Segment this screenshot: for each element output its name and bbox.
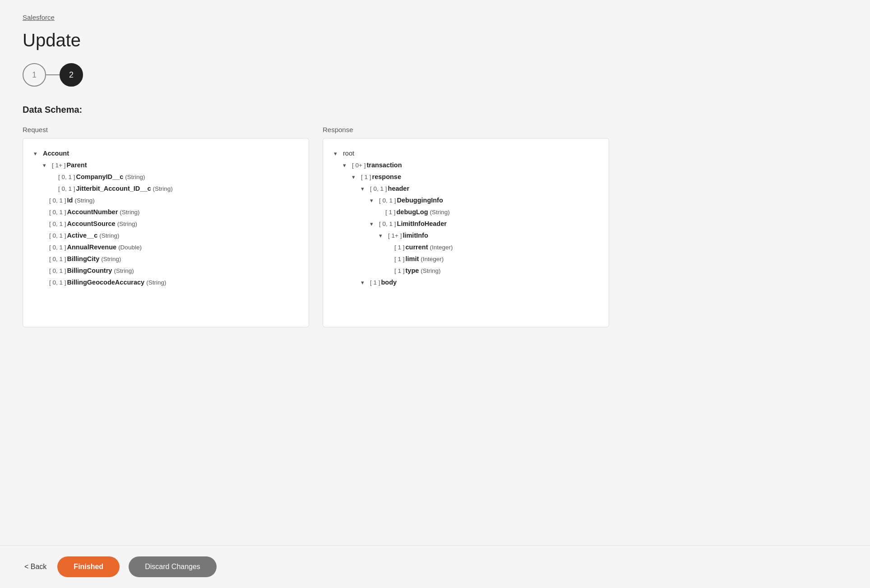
tree-node-name: AccountNumber <box>67 208 118 216</box>
breadcrumb-link[interactable]: Salesforce <box>23 14 55 21</box>
tree-bracket: [ 0, 1 ] <box>370 185 387 192</box>
tree-bracket: [ 0, 1 ] <box>49 267 66 274</box>
step-1-label: 1 <box>32 70 37 80</box>
tree-item: [ 1 ] current (Integer) <box>334 241 598 253</box>
tree-node-type: (String) <box>125 174 145 180</box>
page-container: Salesforce Update 1 2 Data Schema: Reque… <box>0 0 632 359</box>
tree-node-type: (String) <box>146 279 166 286</box>
tree-bracket: [ 0, 1 ] <box>49 220 66 227</box>
tree-item: [ 0, 1 ] AccountNumber (String) <box>34 206 298 218</box>
tree-node-name: LimitInfoHeader <box>397 220 447 227</box>
tree-item[interactable]: ▾[ 1 ] response <box>334 171 598 183</box>
tree-node-type: (String) <box>430 209 450 216</box>
tree-bracket: [ 0, 1 ] <box>49 244 66 251</box>
tree-node-name: DebuggingInfo <box>397 197 443 204</box>
tree-item[interactable]: ▾root <box>334 147 598 159</box>
step-connector <box>46 74 60 75</box>
chevron-icon[interactable]: ▾ <box>343 162 349 169</box>
tree-node-type: (Double) <box>118 244 142 251</box>
tree-bracket: [ 1 ] <box>394 267 405 274</box>
tree-bracket: [ 0, 1 ] <box>379 220 396 227</box>
tree-bracket: [ 0, 1 ] <box>49 209 66 216</box>
tree-item[interactable]: ▾[ 0, 1 ] header <box>334 183 598 194</box>
tree-node-name: Account <box>43 150 69 157</box>
chevron-icon[interactable]: ▾ <box>34 150 40 157</box>
tree-node-name: Active__c <box>67 232 98 239</box>
chevron-icon[interactable]: ▾ <box>379 232 385 239</box>
tree-bracket: [ 1+ ] <box>52 162 65 169</box>
tree-item[interactable]: ▾[ 0+ ] transaction <box>334 159 598 171</box>
chevron-icon[interactable]: ▾ <box>361 279 367 286</box>
tree-item: [ 0, 1 ] BillingCity (String) <box>34 253 298 265</box>
tree-item: [ 1 ] type (String) <box>334 265 598 276</box>
section-title: Data Schema: <box>23 105 609 115</box>
tree-node-name: BillingCountry <box>67 267 112 274</box>
tree-node-type: (String) <box>421 267 440 274</box>
tree-bracket: [ 0+ ] <box>352 162 366 169</box>
chevron-icon[interactable]: ▾ <box>352 174 358 180</box>
chevron-icon[interactable]: ▾ <box>334 150 340 157</box>
tree-node-name: BillingGeocodeAccuracy <box>67 279 145 286</box>
stepper: 1 2 <box>23 63 609 87</box>
response-panel-box: ▾root▾[ 0+ ] transaction▾[ 1 ] response▾… <box>323 138 609 327</box>
schema-panels: Request ▾Account▾[ 1+ ] Parent[ 0, 1 ] C… <box>23 126 609 327</box>
tree-item: [ 0, 1 ] Jitterbit_Account_ID__c (String… <box>34 183 298 194</box>
chevron-icon[interactable]: ▾ <box>370 197 376 204</box>
tree-node-name: limit <box>406 255 419 262</box>
tree-bracket: [ 1 ] <box>394 256 405 262</box>
tree-node-name: CompanyID__c <box>76 173 124 180</box>
tree-node-name: transaction <box>366 161 402 169</box>
tree-item[interactable]: ▾[ 1 ] body <box>334 276 598 288</box>
footer-bar: < Back Finished Discard Changes <box>0 545 870 588</box>
page-title: Update <box>23 30 609 51</box>
step-1[interactable]: 1 <box>23 63 46 87</box>
tree-bracket: [ 1 ] <box>385 209 396 216</box>
tree-item: [ 0, 1 ] AnnualRevenue (Double) <box>34 241 298 253</box>
tree-node-type: (String) <box>153 185 173 192</box>
tree-item[interactable]: ▾[ 1+ ] Parent <box>34 159 298 171</box>
tree-node-type: (String) <box>101 256 121 262</box>
tree-item: [ 1 ] debugLog (String) <box>334 206 598 218</box>
tree-node-name: AnnualRevenue <box>67 243 117 251</box>
tree-node-type: (Integer) <box>430 244 453 251</box>
step-2-label: 2 <box>69 70 74 80</box>
step-2[interactable]: 2 <box>60 63 83 87</box>
tree-item: [ 0, 1 ] AccountSource (String) <box>34 218 298 230</box>
finished-button[interactable]: Finished <box>57 556 120 577</box>
tree-node-name: BillingCity <box>67 255 100 262</box>
tree-node-name: limitInfo <box>403 232 428 239</box>
tree-bracket: [ 0, 1 ] <box>49 232 66 239</box>
tree-bracket: [ 1 ] <box>361 174 371 180</box>
discard-button[interactable]: Discard Changes <box>129 556 217 577</box>
tree-node-name: debugLog <box>397 208 428 216</box>
tree-node-type: (String) <box>117 220 137 227</box>
tree-bracket: [ 0, 1 ] <box>49 197 66 204</box>
tree-node-name: body <box>381 279 397 286</box>
tree-node-name: Parent <box>66 161 87 169</box>
tree-node-name: AccountSource <box>67 220 116 227</box>
request-panel-box: ▾Account▾[ 1+ ] Parent[ 0, 1 ] CompanyID… <box>23 138 309 327</box>
tree-bracket: [ 0, 1 ] <box>58 174 75 180</box>
chevron-icon[interactable]: ▾ <box>370 220 376 227</box>
tree-node-type: (Integer) <box>421 256 444 262</box>
tree-item[interactable]: ▾Account <box>34 147 298 159</box>
tree-item[interactable]: ▾[ 0, 1 ] DebuggingInfo <box>334 194 598 206</box>
tree-bracket: [ 0, 1 ] <box>49 256 66 262</box>
tree-bracket: [ 0, 1 ] <box>49 279 66 286</box>
tree-item[interactable]: ▾[ 0, 1 ] LimitInfoHeader <box>334 218 598 230</box>
tree-node-type: (String) <box>120 209 139 216</box>
tree-item[interactable]: ▾[ 1+ ] limitInfo <box>334 230 598 241</box>
tree-node-name: Id <box>67 197 73 204</box>
back-button[interactable]: < Back <box>23 558 48 575</box>
tree-node-name: current <box>406 243 428 251</box>
tree-node-type: (String) <box>99 232 119 239</box>
tree-node-type: (String) <box>74 197 94 204</box>
tree-node-name: root <box>343 150 354 157</box>
chevron-icon[interactable]: ▾ <box>43 162 49 169</box>
tree-node-name: response <box>372 173 401 180</box>
tree-item: [ 1 ] limit (Integer) <box>334 253 598 265</box>
tree-node-name: Jitterbit_Account_ID__c <box>76 185 151 192</box>
chevron-icon[interactable]: ▾ <box>361 185 367 192</box>
tree-item: [ 0, 1 ] Active__c (String) <box>34 230 298 241</box>
tree-node-name: header <box>388 185 410 192</box>
